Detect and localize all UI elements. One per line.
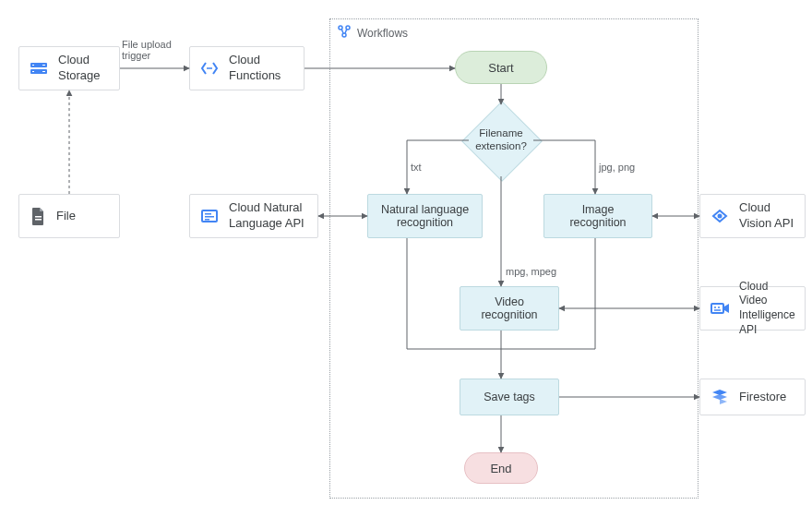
svg-point-10	[209, 67, 210, 69]
node-label: Save tags	[484, 391, 535, 403]
node-label: Cloud Storage	[58, 53, 101, 84]
cloud-functions-icon	[199, 58, 220, 78]
node-label: Filename extension?	[475, 127, 527, 153]
node-label: Video recognition	[481, 295, 537, 321]
node-start: Start	[455, 51, 547, 84]
node-label: Natural language recognition	[381, 203, 469, 229]
cloud-nl-icon	[199, 206, 220, 226]
node-label: Cloud Video Intelligence API	[739, 280, 795, 337]
file-icon	[29, 206, 47, 226]
svg-point-9	[207, 67, 209, 69]
svg-rect-7	[42, 65, 45, 66]
diagram-canvas: { "workflows_label": "Workflows", "nodes…	[0, 0, 812, 505]
svg-point-18	[714, 307, 716, 308]
firestore-icon	[710, 387, 730, 407]
svg-point-11	[210, 67, 212, 69]
svg-rect-6	[32, 71, 34, 72]
svg-point-1	[346, 26, 350, 30]
node-firestore: Firestore	[699, 379, 806, 415]
svg-rect-14	[205, 216, 214, 218]
edge-label-txt: txt	[411, 162, 422, 173]
cloud-vision-icon	[710, 206, 730, 226]
svg-rect-17	[711, 304, 723, 313]
node-label: Cloud Vision API	[739, 200, 794, 232]
node-label: Firestore	[739, 390, 786, 405]
workflows-container	[329, 18, 699, 499]
edge-label-jpg-png: jpg, png	[599, 162, 635, 173]
cloud-video-icon	[710, 298, 730, 319]
workflows-label: Workflows	[337, 24, 408, 42]
node-cloud-storage: Cloud Storage	[18, 46, 120, 90]
svg-rect-5	[32, 65, 34, 66]
svg-rect-13	[205, 213, 211, 215]
node-image-recognition: Image recognition	[543, 194, 652, 238]
node-video-recognition: Video recognition	[460, 286, 559, 331]
node-cloud-video-api: Cloud Video Intelligence API	[699, 286, 806, 331]
node-filename-extension: Filename extension?	[462, 102, 540, 179]
node-nl-recognition: Natural language recognition	[367, 194, 483, 238]
svg-point-16	[718, 214, 722, 219]
workflows-text: Workflows	[357, 27, 408, 40]
node-cloud-vision-api: Cloud Vision API	[699, 194, 806, 238]
node-label: Start	[488, 61, 513, 75]
node-label: Cloud Natural Language API	[229, 200, 304, 232]
edge-label-mpg-mpeg: mpg, mpeg	[506, 266, 556, 277]
node-label: End	[490, 462, 511, 475]
edge-label-file-upload: File upload trigger	[122, 39, 172, 61]
node-end: End	[464, 452, 538, 484]
node-save-tags: Save tags	[460, 379, 559, 415]
cloud-storage-icon	[29, 58, 49, 78]
svg-point-19	[718, 307, 720, 308]
svg-rect-15	[205, 219, 209, 221]
svg-point-0	[339, 26, 342, 30]
node-label: Cloud Functions	[229, 53, 281, 84]
node-file: File	[18, 194, 120, 238]
svg-rect-8	[42, 71, 45, 72]
svg-point-2	[342, 33, 346, 37]
node-label: Image recognition	[569, 203, 626, 229]
node-cloud-nl-api: Cloud Natural Language API	[189, 194, 318, 238]
workflows-icon	[337, 24, 352, 42]
node-cloud-functions: Cloud Functions	[189, 46, 304, 90]
node-label: File	[56, 209, 76, 224]
